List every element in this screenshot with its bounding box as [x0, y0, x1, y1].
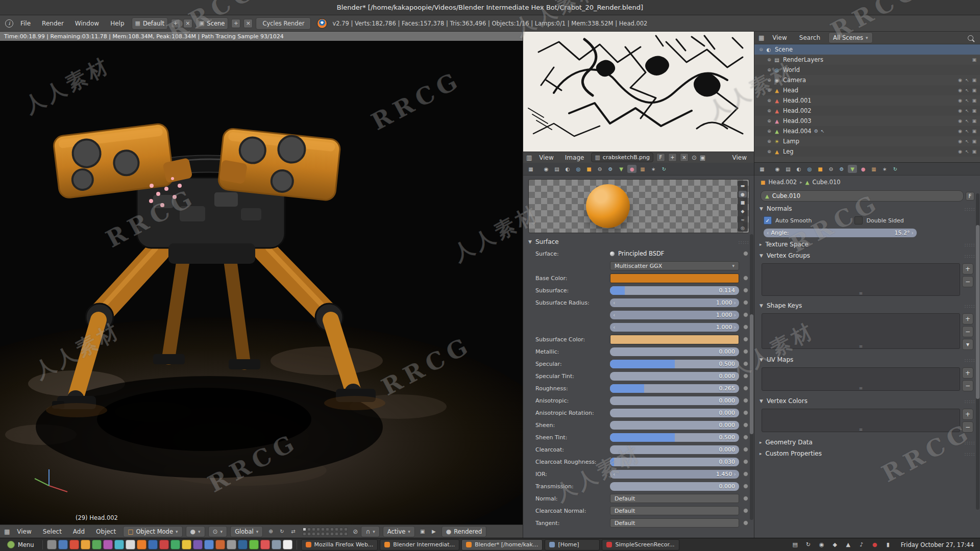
taskbar-app-icon[interactable]: [215, 540, 225, 549]
taskbar-app-icon[interactable]: [272, 540, 281, 549]
expander-icon[interactable]: ⊕: [766, 67, 773, 72]
normal-input[interactable]: Default: [610, 494, 739, 503]
rotate-manipulator-icon[interactable]: ↻: [277, 528, 286, 536]
add-vertex-color-button[interactable]: +: [962, 409, 973, 420]
hide-icon[interactable]: ◉: [958, 88, 962, 93]
subsurface-radius-y-field[interactable]: 1.000: [610, 311, 739, 319]
clearcoat-roughness-slider[interactable]: 0.030: [610, 458, 739, 466]
material-tab-icon[interactable]: ●: [859, 165, 868, 173]
taskbar-app-icon[interactable]: [227, 540, 236, 549]
viewport-menu-add[interactable]: Add: [69, 527, 89, 537]
add-uv-map-button[interactable]: +: [962, 367, 973, 379]
auto-smooth-angle-field[interactable]: Angle: 15.2°: [764, 229, 917, 237]
taskbar-app-icon[interactable]: [148, 540, 158, 549]
constraints-tab-icon[interactable]: ⊖: [595, 165, 604, 173]
texture-tab-icon[interactable]: ▦: [869, 165, 878, 173]
taskbar-window-button[interactable]: Mozilla Firefox Web...: [301, 539, 378, 550]
metallic-slider[interactable]: 0.000: [610, 347, 739, 356]
layer-toggle[interactable]: [335, 532, 338, 536]
taskbar-app-icon[interactable]: [283, 540, 292, 549]
select-restrict-icon[interactable]: ↖: [965, 88, 969, 93]
layer-toggle[interactable]: [307, 532, 311, 536]
modifiers-tab-icon[interactable]: ⚙: [837, 165, 846, 173]
image-editor-canvas[interactable]: [523, 32, 754, 152]
layer-toggle[interactable]: [330, 532, 334, 536]
taskbar-app-icon[interactable]: [260, 540, 270, 549]
scale-manipulator-icon[interactable]: ⇄: [288, 528, 298, 536]
subsurface-slider[interactable]: 0.114: [610, 286, 739, 295]
fake-user-button[interactable]: F: [966, 192, 974, 201]
hide-icon[interactable]: ◉: [958, 118, 962, 123]
select-restrict-icon[interactable]: ↖: [965, 108, 969, 113]
auto-smooth-checkbox[interactable]: ✓: [764, 216, 772, 224]
search-icon[interactable]: [968, 35, 973, 41]
preview-world-icon[interactable]: ◎: [739, 224, 747, 232]
outliner-menu-search[interactable]: Search: [795, 33, 824, 43]
layer-toggle[interactable]: [321, 528, 325, 531]
material-tab-icon[interactable]: ●: [627, 165, 636, 173]
constraints-tab-icon[interactable]: ⊖: [826, 165, 836, 173]
editor-type-icon[interactable]: ▦: [757, 165, 767, 173]
taskbar-app-icon[interactable]: [81, 540, 90, 549]
layer-toggle[interactable]: [326, 528, 329, 531]
layer-toggle[interactable]: [339, 532, 343, 536]
add-scene-button[interactable]: +: [231, 19, 240, 28]
custom-properties-panel-header[interactable]: ▸ Custom Properties: [754, 448, 980, 459]
shape-keys-panel-header[interactable]: ▼ Shape Keys: [754, 300, 980, 311]
render-restrict-icon[interactable]: ▣: [972, 139, 976, 144]
vertex-colors-panel-header[interactable]: ▼ Vertex Colors: [754, 395, 980, 407]
scene-tab-icon[interactable]: ◐: [563, 165, 572, 173]
expander-icon[interactable]: ⊕: [766, 108, 773, 113]
taskbar-app-icon[interactable]: [114, 540, 124, 549]
render-restrict-icon[interactable]: ▣: [972, 88, 976, 93]
new-image-button[interactable]: +: [668, 153, 677, 162]
anisotropic-slider[interactable]: 0.000: [610, 396, 739, 405]
taskbar-app-icon[interactable]: [137, 540, 146, 549]
layer-toggle[interactable]: [303, 532, 306, 536]
preview-cube-icon[interactable]: ■: [739, 199, 747, 206]
roughness-slider[interactable]: 0.265: [610, 384, 739, 393]
notifications-icon[interactable]: ▤: [791, 541, 800, 549]
outliner-item-renderlayers[interactable]: ⊕▤RenderLayers▣: [754, 55, 980, 65]
taskbar-app-icon[interactable]: [159, 540, 169, 549]
remove-shape-key-button[interactable]: −: [962, 326, 973, 337]
network-icon[interactable]: ▲: [844, 541, 853, 549]
editor-type-icon[interactable]: ▦: [758, 34, 764, 41]
taskbar-app-icon[interactable]: [249, 540, 259, 549]
info-icon[interactable]: i: [5, 19, 13, 28]
breadcrumb-object[interactable]: Head.002: [768, 179, 797, 186]
preview-flat-icon[interactable]: ▬: [739, 182, 747, 189]
select-restrict-icon[interactable]: ↖: [965, 98, 969, 103]
layer-toggle[interactable]: [344, 528, 348, 531]
shape-keys-list[interactable]: [762, 313, 960, 349]
uv-maps-panel-header[interactable]: ▼ UV Maps: [754, 354, 980, 365]
outliner-item-head-002[interactable]: ⊕▲Head.002◉↖▣: [754, 106, 980, 116]
image-menu-image[interactable]: Image: [561, 153, 589, 163]
taskbar-window-button[interactable]: [Home]: [545, 539, 600, 550]
render-restrict-icon[interactable]: ▣: [972, 98, 976, 103]
outliner-item-head-001[interactable]: ⊕▲Head.001◉↖▣: [754, 95, 980, 106]
snap-dropdown[interactable]: ∩ ▾: [361, 526, 379, 537]
layer-toggle[interactable]: [303, 528, 306, 531]
taskbar-app-icon[interactable]: [182, 540, 191, 549]
hide-icon[interactable]: ◉: [958, 98, 962, 103]
select-restrict-icon[interactable]: ↖: [965, 129, 969, 134]
bluetooth-icon[interactable]: ◆: [830, 541, 840, 549]
menu-render[interactable]: Render: [38, 18, 68, 29]
editor-type-icon[interactable]: ▦: [526, 165, 535, 173]
outliner-item-scene[interactable]: ⊖◐Scene: [754, 44, 980, 55]
taskbar-app-icon[interactable]: [69, 540, 79, 549]
particles-tab-icon[interactable]: ∗: [649, 165, 658, 173]
layer-toggle[interactable]: [335, 528, 338, 531]
outliner-item-camera[interactable]: ⊕◉Camera◉↖▣: [754, 75, 980, 85]
world-tab-icon[interactable]: ◎: [805, 165, 814, 173]
taskbar-app-icon[interactable]: [103, 540, 113, 549]
preview-hair-icon[interactable]: ≈: [739, 216, 747, 223]
outliner-item-lamp[interactable]: ⊕☀Lamp◉↖▣: [754, 136, 980, 146]
pin-icon[interactable]: ⊙: [692, 154, 697, 161]
image-datablock-field[interactable]: ▥ crabsketchB.png: [591, 153, 653, 162]
volume-icon[interactable]: ♪: [857, 541, 866, 549]
anisotropic-rotation-slider[interactable]: 0.000: [610, 409, 739, 417]
surface-shader-button[interactable]: Principled BSDF: [610, 250, 739, 257]
viewport-menu-view[interactable]: View: [13, 527, 35, 537]
